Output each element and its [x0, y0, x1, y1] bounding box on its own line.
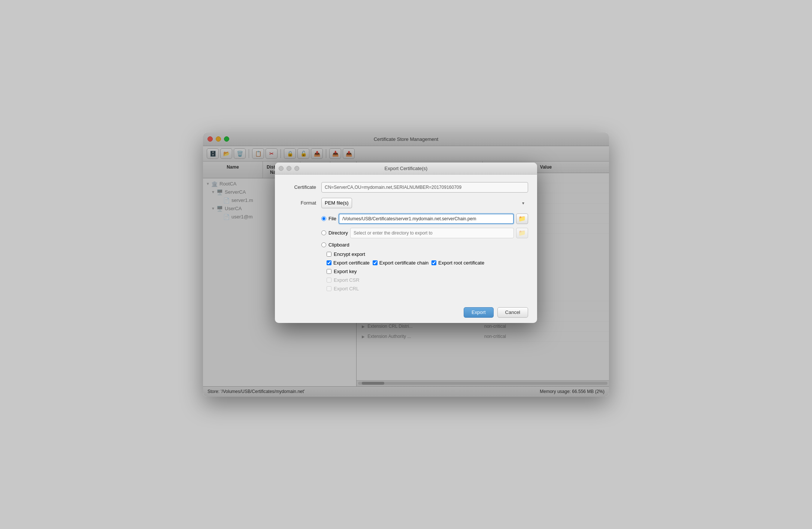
file-path-input[interactable] — [339, 214, 514, 224]
file-radio-label: File — [328, 216, 336, 221]
browse-dir-button[interactable]: 📁 — [516, 228, 528, 238]
modal-title-bar: Export Certificate(s) — [275, 163, 537, 175]
file-path-row: 📁 — [339, 214, 528, 224]
encrypt-checkbox[interactable] — [327, 252, 331, 257]
modal-close[interactable] — [279, 166, 284, 171]
file-radio-group: File 📁 — [321, 214, 528, 224]
export-csr-label: Export CSR — [334, 277, 360, 283]
export-cert-item: Export certificate — [327, 260, 370, 266]
modal-maximize — [294, 166, 299, 171]
export-key-row: Export key — [284, 269, 528, 274]
export-root-label: Export root certificate — [438, 260, 484, 266]
modal-footer: Export Cancel — [275, 302, 537, 323]
export-root-item: Export root certificate — [431, 260, 484, 266]
export-key-checkbox[interactable] — [327, 269, 331, 274]
export-key-label: Export key — [334, 269, 357, 274]
export-crl-label: Export CRL — [334, 286, 359, 291]
export-crl-row: Export CRL — [284, 286, 528, 291]
directory-radio-label: Directory — [328, 230, 348, 236]
main-window: Certificate Store Management 🗄️ 📂 🗑️ 📋 ✂… — [203, 133, 609, 397]
export-root-checkbox[interactable] — [431, 260, 436, 265]
file-radio-row: File 📁 — [284, 214, 528, 224]
modal-body: Certificate Format PEM file(s) DER file(… — [275, 175, 537, 302]
dir-path-input[interactable] — [350, 228, 514, 238]
format-label: Format — [284, 200, 321, 206]
modal-title: Export Certificate(s) — [385, 166, 428, 171]
format-select-wrapper: PEM file(s) DER file(s) PKCS#12 ▼ — [321, 198, 528, 208]
export-chain-label: Export certificate chain — [379, 260, 429, 266]
modal-traffic-lights — [279, 166, 299, 171]
export-submit-button[interactable]: Export — [464, 307, 494, 318]
certificate-input — [321, 182, 528, 193]
clipboard-radio[interactable] — [321, 242, 326, 247]
certificate-row: Certificate — [284, 182, 528, 193]
directory-radio-group: Directory 📁 — [321, 228, 528, 238]
clipboard-radio-label: Clipboard — [328, 242, 349, 248]
directory-radio-row: Directory 📁 — [284, 228, 528, 238]
cancel-button[interactable]: Cancel — [497, 307, 528, 318]
encrypt-row: Encrypt export — [284, 251, 528, 257]
clipboard-radio-row: Clipboard — [284, 242, 528, 248]
encrypt-label: Encrypt export — [334, 251, 365, 257]
certificate-label: Certificate — [284, 184, 321, 190]
export-csr-row: Export CSR — [284, 277, 528, 283]
directory-radio[interactable] — [321, 230, 326, 235]
export-dialog: Export Certificate(s) Certificate Format… — [275, 163, 537, 323]
format-select[interactable]: PEM file(s) DER file(s) PKCS#12 — [321, 198, 352, 208]
modal-minimize — [287, 166, 291, 171]
export-certs-row: Export certificate Export certificate ch… — [284, 260, 528, 266]
export-cert-checkbox[interactable] — [327, 260, 331, 265]
format-row: Format PEM file(s) DER file(s) PKCS#12 ▼ — [284, 198, 528, 208]
modal-overlay: Export Certificate(s) Certificate Format… — [203, 133, 609, 397]
dir-path-row: 📁 — [350, 228, 528, 238]
export-chain-checkbox[interactable] — [373, 260, 378, 265]
export-chain-item: Export certificate chain — [373, 260, 429, 266]
file-radio[interactable] — [321, 216, 326, 221]
export-csr-checkbox — [327, 278, 331, 282]
export-crl-checkbox — [327, 286, 331, 291]
browse-file-button[interactable]: 📁 — [516, 214, 528, 224]
export-cert-label: Export certificate — [333, 260, 370, 266]
clipboard-radio-group: Clipboard — [321, 242, 528, 248]
select-arrow-icon: ▼ — [521, 201, 525, 205]
